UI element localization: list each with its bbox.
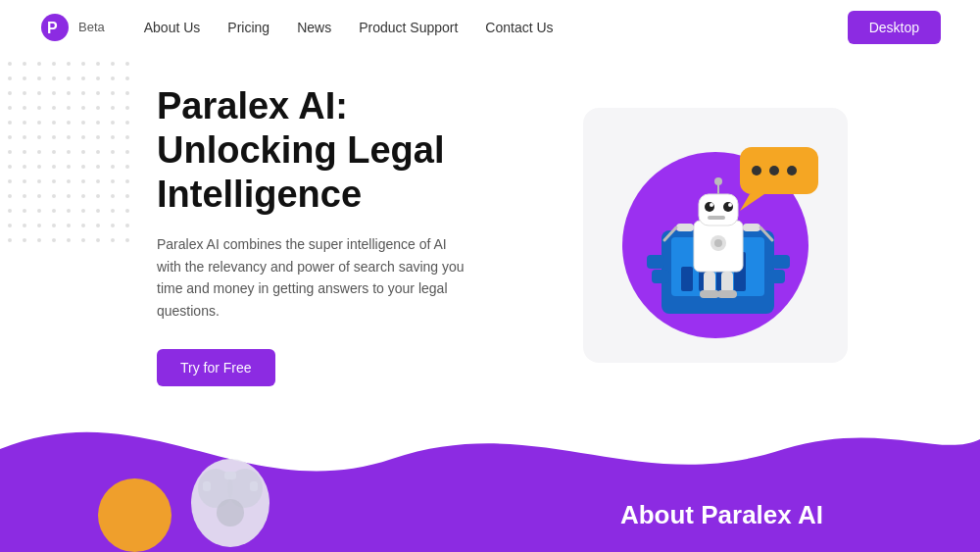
hero-image-area	[529, 108, 902, 363]
svg-point-112	[52, 179, 56, 183]
svg-point-113	[67, 179, 71, 183]
svg-point-123	[81, 194, 85, 198]
svg-point-120	[37, 194, 41, 198]
svg-point-75	[37, 121, 41, 125]
nav-link-pricing[interactable]: Pricing	[227, 20, 270, 35]
beta-label: Beta	[78, 20, 105, 34]
svg-point-148	[52, 238, 56, 242]
svg-point-77	[67, 121, 71, 125]
svg-point-63	[125, 91, 129, 95]
svg-rect-158	[224, 472, 236, 479]
svg-rect-35	[700, 290, 719, 298]
svg-point-139	[52, 224, 56, 227]
svg-point-89	[111, 135, 115, 139]
nav-link-news[interactable]: News	[297, 20, 331, 35]
svg-point-131	[67, 209, 71, 213]
svg-point-82	[8, 135, 12, 139]
svg-point-119	[23, 194, 26, 198]
svg-point-50	[67, 76, 71, 80]
svg-point-94	[52, 150, 56, 154]
svg-rect-30	[743, 224, 760, 231]
svg-point-149	[67, 238, 71, 242]
svg-point-23	[723, 202, 733, 212]
svg-point-45	[125, 62, 129, 66]
svg-point-62	[111, 91, 115, 95]
svg-point-42	[81, 62, 85, 66]
svg-point-69	[81, 106, 85, 110]
svg-point-101	[23, 165, 26, 169]
svg-point-99	[125, 150, 129, 154]
svg-point-86	[67, 135, 71, 139]
svg-point-58	[52, 91, 56, 95]
navbar: P Beta About Us Pricing News Product Sup…	[0, 0, 980, 54]
svg-point-60	[81, 91, 85, 95]
svg-point-143	[111, 224, 115, 227]
svg-point-93	[37, 150, 41, 154]
nav-link-contact-us[interactable]: Contact Us	[485, 20, 553, 35]
svg-point-129	[37, 209, 41, 213]
svg-point-40	[52, 62, 56, 66]
svg-point-117	[125, 179, 129, 183]
svg-rect-17	[767, 270, 785, 283]
svg-point-151	[96, 238, 100, 242]
svg-point-38	[23, 62, 26, 66]
svg-point-97	[96, 150, 100, 154]
svg-point-57	[37, 91, 41, 95]
svg-point-28	[714, 177, 722, 185]
svg-point-56	[23, 91, 26, 95]
about-section-title: About Paralex AI	[620, 500, 823, 530]
gear-brain-icon	[181, 444, 279, 552]
svg-point-118	[8, 194, 12, 198]
svg-point-59	[67, 91, 71, 95]
svg-point-108	[125, 165, 129, 169]
svg-rect-160	[250, 481, 258, 491]
svg-point-7	[787, 166, 797, 176]
svg-point-152	[111, 238, 115, 242]
svg-point-76	[52, 121, 56, 125]
svg-point-44	[111, 62, 115, 66]
svg-point-81	[125, 121, 129, 125]
svg-point-74	[23, 121, 26, 125]
svg-point-134	[111, 209, 115, 213]
svg-point-84	[37, 135, 41, 139]
svg-point-98	[111, 150, 115, 154]
svg-point-135	[125, 209, 129, 213]
svg-point-142	[96, 224, 100, 227]
nav-link-about-us[interactable]: About Us	[144, 20, 201, 35]
svg-point-157	[217, 499, 244, 527]
svg-point-71	[111, 106, 115, 110]
svg-point-5	[752, 166, 761, 176]
svg-point-128	[23, 209, 26, 213]
svg-point-141	[81, 224, 85, 227]
svg-point-150	[81, 238, 85, 242]
svg-point-122	[67, 194, 71, 198]
svg-point-79	[96, 121, 100, 125]
robot-illustration	[598, 118, 833, 353]
svg-point-90	[125, 135, 129, 139]
svg-point-43	[96, 62, 100, 66]
svg-point-51	[81, 76, 85, 80]
svg-point-87	[81, 135, 85, 139]
svg-point-126	[125, 194, 129, 198]
svg-point-25	[728, 203, 732, 207]
svg-point-22	[705, 202, 714, 212]
svg-rect-16	[652, 270, 669, 283]
svg-point-138	[37, 224, 41, 227]
svg-point-133	[96, 209, 100, 213]
svg-point-68	[67, 106, 71, 110]
svg-point-147	[37, 238, 41, 242]
nav-links: About Us Pricing News Product Support Co…	[144, 20, 848, 35]
desktop-button[interactable]: Desktop	[848, 11, 941, 44]
bottom-decorative-shapes	[98, 415, 279, 552]
svg-rect-14	[647, 255, 664, 269]
svg-point-67	[52, 106, 56, 110]
svg-point-124	[96, 194, 100, 198]
svg-rect-33	[704, 272, 715, 293]
svg-point-146	[23, 238, 26, 242]
svg-point-83	[23, 135, 26, 139]
nav-link-product-support[interactable]: Product Support	[359, 20, 458, 35]
svg-point-6	[769, 166, 779, 176]
svg-point-85	[52, 135, 56, 139]
orange-circle-shape	[98, 478, 172, 552]
svg-point-20	[714, 239, 722, 247]
